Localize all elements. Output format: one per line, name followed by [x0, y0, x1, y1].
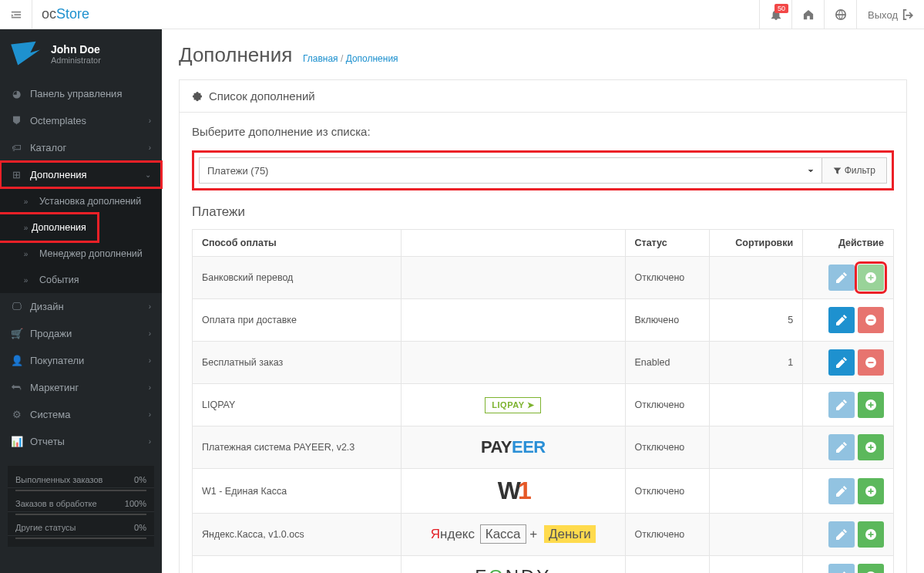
pencil-icon — [836, 529, 847, 540]
page-title: Дополнения — [179, 43, 292, 67]
liqpay-logo: LIQPAY ➤ — [402, 384, 625, 426]
filter-icon — [833, 167, 842, 175]
puzzle-icon — [192, 91, 203, 102]
sidebar-item-dashboard[interactable]: ◕Панель управления — [0, 80, 162, 107]
sidebar-subitem-events[interactable]: »События — [0, 267, 162, 293]
filter-row-highlighted: Платежи (75) Фильтр — [192, 150, 894, 190]
edit-button[interactable] — [828, 307, 855, 333]
col-action: Действие — [803, 230, 894, 257]
sidebar-subitem-modman[interactable]: »Менеджер дополнений — [0, 241, 162, 267]
sidebar-item-customers[interactable]: 👤Покупатели› — [0, 347, 162, 374]
payments-subheading: Платежи — [192, 204, 894, 220]
share-icon: ⮪ — [11, 382, 22, 393]
install-button[interactable] — [858, 392, 884, 418]
edit-button[interactable] — [828, 265, 855, 291]
pencil-icon — [836, 399, 847, 410]
topbar-right: 50 Выход — [759, 0, 924, 29]
panel-heading: Список дополнений — [180, 80, 906, 113]
install-button[interactable] — [858, 434, 884, 460]
sidebar-item-octemplates[interactable]: ⛊Octemplates› — [0, 107, 162, 134]
edit-button[interactable] — [828, 434, 855, 460]
chart-icon: 📊 — [11, 436, 22, 447]
notifications-button[interactable]: 50 — [759, 0, 791, 29]
chevron-right-icon: › — [149, 356, 151, 365]
sidebar-item-label: Система — [30, 409, 70, 420]
uninstall-button[interactable] — [858, 307, 884, 333]
sidebar-item-system[interactable]: ⚙Система› — [0, 401, 162, 428]
edit-button[interactable] — [828, 564, 855, 573]
stat-row: Заказов в обработке100% — [8, 494, 154, 512]
chevron-right-icon: › — [149, 383, 151, 392]
install-button[interactable] — [858, 478, 884, 504]
payeer-logo: PAYEER — [402, 426, 625, 469]
minus-circle-icon — [865, 357, 876, 368]
chevron-right-icon: › — [149, 302, 151, 311]
puzzle-icon: ⊞ — [11, 169, 22, 180]
sidebar-item-extensions[interactable]: ⊞Дополнения⌄ — [0, 161, 162, 188]
sidebar-item-label: Каталог — [30, 142, 66, 153]
double-chevron-icon: » — [20, 197, 32, 206]
sidebar-item-label: Дополнения — [30, 169, 87, 180]
plus-circle-icon — [865, 486, 876, 497]
toggle-sidebar-button[interactable] — [0, 0, 32, 29]
logo[interactable]: ocStore — [42, 6, 89, 22]
sidebar-item-catalog[interactable]: 🏷Каталог› — [0, 134, 162, 161]
globe-icon — [835, 9, 846, 20]
pencil-icon — [836, 315, 847, 325]
sidebar-item-label: Панель управления — [30, 88, 122, 99]
w1-logo: W1 — [402, 469, 625, 514]
logout-label: Выход — [868, 9, 898, 21]
select-extension-label: Выберите дополнение из списка: — [192, 125, 894, 138]
pencil-icon — [836, 357, 847, 368]
install-button[interactable] — [858, 564, 884, 573]
sidebar-item-label: Маркетинг — [30, 382, 79, 393]
sidebar-item-label: Менеджер дополнений — [39, 248, 143, 259]
logout-button[interactable]: Выход — [856, 0, 924, 29]
install-button[interactable] — [858, 521, 884, 548]
extension-list-panel: Список дополнений Выберите дополнение из… — [179, 79, 907, 573]
plus-circle-icon — [865, 442, 876, 453]
sidebar-item-label: Octemplates — [30, 115, 86, 126]
table-row: LIQPAY LIQPAY ➤ Отключено — [193, 384, 894, 426]
globe-button[interactable] — [824, 0, 856, 29]
stat-row: Выполненных заказов0% — [8, 470, 154, 488]
sidebar-item-reports[interactable]: 📊Отчеты› — [0, 428, 162, 455]
notif-badge: 50 — [774, 4, 788, 13]
plus-circle-icon — [865, 399, 876, 410]
edit-button[interactable] — [828, 478, 855, 504]
table-row: Бесплатный заказ Enabled 1 — [193, 342, 894, 384]
user-name: John Doe — [51, 43, 101, 56]
breadcrumb-home[interactable]: Главная — [303, 53, 338, 64]
extension-type-select[interactable]: Платежи (75) — [199, 157, 822, 184]
sidebar-item-marketing[interactable]: ⮪Маркетинг› — [0, 374, 162, 401]
edit-button[interactable] — [828, 521, 855, 548]
sidebar-subitem-install[interactable]: »Установка дополнений — [0, 188, 162, 214]
home-icon — [803, 9, 814, 20]
sidebar-item-sales[interactable]: 🛒Продажи› — [0, 320, 162, 347]
install-button[interactable] — [858, 265, 884, 291]
chevron-right-icon: › — [149, 410, 151, 419]
logo-prefix: oc — [42, 6, 56, 22]
table-row: W1 - Единая Касса W1 Отключено — [193, 469, 894, 514]
home-button[interactable] — [791, 0, 824, 29]
sidebar-subitem-extensions[interactable]: »Дополнения — [0, 214, 97, 241]
edit-button[interactable] — [828, 349, 855, 376]
user-icon: 👤 — [11, 355, 22, 366]
sidebar-item-label: События — [39, 275, 79, 285]
sidebar-item-design[interactable]: 🖵Дизайн› — [0, 293, 162, 320]
sign-out-icon — [902, 9, 913, 20]
sidebar-item-label: Установка дополнений — [39, 196, 141, 207]
double-chevron-icon: » — [20, 224, 32, 232]
sidebar-item-label: Отчеты — [30, 436, 65, 447]
uninstall-button[interactable] — [858, 349, 884, 376]
edit-button[interactable] — [828, 392, 855, 418]
breadcrumb-current[interactable]: Дополнения — [346, 53, 398, 64]
sidebar-item-label: Дизайн — [30, 301, 64, 312]
filter-button[interactable]: Фильтр — [822, 157, 887, 184]
cart-icon: 🛒 — [11, 328, 22, 339]
double-chevron-icon: » — [20, 250, 32, 258]
plus-circle-icon — [865, 529, 876, 540]
user-role: Administrator — [51, 56, 101, 65]
top-bar: ocStore 50 Выход — [0, 0, 924, 29]
col-status: Статус — [625, 230, 709, 257]
